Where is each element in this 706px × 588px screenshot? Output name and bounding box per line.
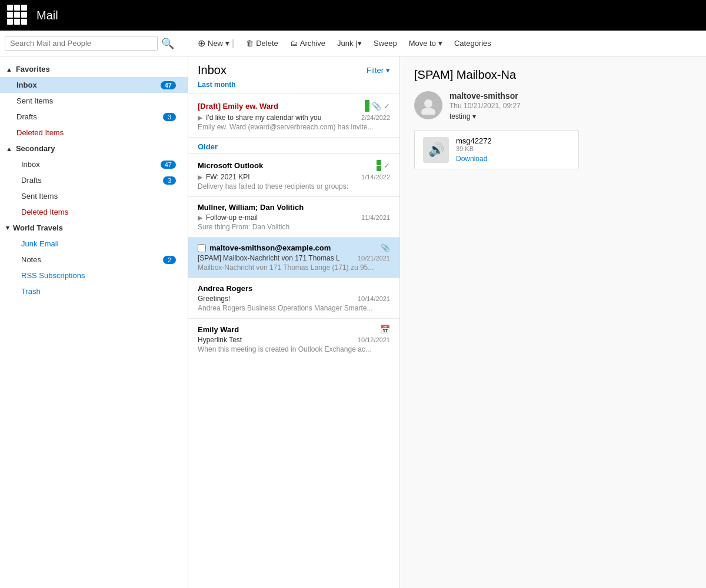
app-grid-icon[interactable] bbox=[7, 5, 28, 26]
app-title: Mail bbox=[36, 9, 58, 22]
top-bar: Mail bbox=[0, 0, 706, 31]
